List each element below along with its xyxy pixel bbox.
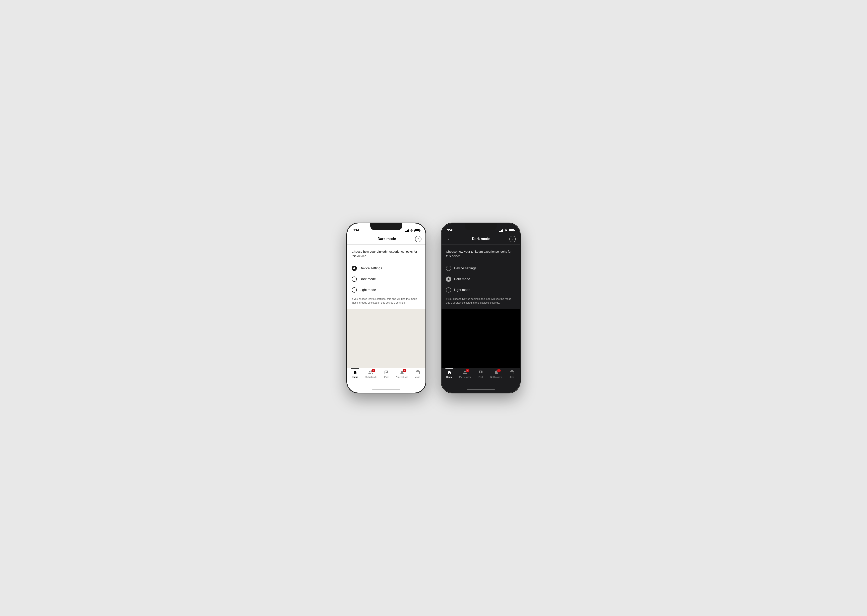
- description-text: Choose how your LinkedIn experience look…: [352, 250, 421, 258]
- tab-item-my-network[interactable]: 1 My Network: [457, 369, 473, 378]
- phone-dark: 9:41 ← Dark: [441, 223, 520, 393]
- radio-label-1: Dark mode: [454, 277, 470, 281]
- tab-icon-bell: 3: [399, 369, 405, 375]
- settings-panel: Choose how your LinkedIn experience look…: [347, 245, 426, 309]
- phone-wrapper-dark: 9:41 ← Dark: [441, 223, 520, 393]
- radio-label-2: Light mode: [359, 288, 376, 292]
- screen: 9:41 ← Dark: [347, 223, 426, 393]
- radio-option-1[interactable]: Dark mode: [446, 274, 515, 284]
- radio-dot-1: [448, 278, 449, 280]
- radio-circle-1: [446, 277, 451, 282]
- page-title: Dark mode: [377, 237, 396, 241]
- tab-active-indicator: [351, 368, 359, 369]
- radio-label-1: Dark mode: [359, 277, 376, 281]
- home-bar: [467, 389, 495, 390]
- radio-circle-0: [446, 266, 451, 271]
- tab-label-home: Home: [352, 376, 358, 378]
- radio-dot-0: [353, 267, 355, 269]
- tab-label-network: My Network: [365, 376, 377, 378]
- radio-option-0[interactable]: Device settings: [352, 263, 421, 274]
- nav-header: ← Dark mode ?: [347, 233, 426, 245]
- radio-option-1[interactable]: Dark mode: [352, 274, 421, 284]
- tab-item-jobs[interactable]: Jobs: [410, 369, 426, 378]
- phone-wrapper-light: 9:41 ← Dark: [347, 223, 426, 393]
- radio-circle-0: [352, 266, 357, 271]
- radio-option-2[interactable]: Light mode: [446, 284, 515, 295]
- tab-label-bell: Notifications: [490, 376, 502, 378]
- radio-option-2[interactable]: Light mode: [352, 284, 421, 295]
- home-indicator: [441, 386, 520, 393]
- content-area: Choose how your LinkedIn experience look…: [441, 245, 520, 368]
- tab-active-indicator: [445, 368, 453, 369]
- tab-bar: Home 1 My Network: [347, 368, 426, 386]
- help-button[interactable]: ?: [415, 236, 421, 242]
- tab-label-post: Post: [384, 376, 389, 378]
- tab-icon-post: [383, 369, 389, 375]
- tab-label-home: Home: [446, 376, 452, 378]
- signal-icon: [405, 229, 408, 232]
- tab-item-jobs[interactable]: Jobs: [504, 369, 520, 378]
- tab-label-bell: Notifications: [396, 376, 408, 378]
- footnote-text: If you choose Device settings, this app …: [446, 297, 515, 305]
- radio-circle-2: [446, 288, 451, 292]
- tab-badge-network: 1: [466, 369, 470, 372]
- help-button[interactable]: ?: [509, 236, 516, 242]
- screen: 9:41 ← Dark: [441, 223, 520, 393]
- tab-item-post[interactable]: Post: [473, 369, 489, 378]
- status-time: 9:41: [447, 228, 454, 232]
- radio-label-0: Device settings: [454, 266, 476, 270]
- settings-panel: Choose how your LinkedIn experience look…: [441, 245, 520, 309]
- gray-area: [441, 309, 520, 368]
- radio-label-2: Light mode: [454, 288, 470, 292]
- tab-icon-network: 1: [368, 369, 374, 375]
- radio-circle-2: [352, 288, 357, 292]
- back-button[interactable]: ←: [446, 236, 453, 243]
- tab-item-post[interactable]: Post: [378, 369, 394, 378]
- tab-label-post: Post: [478, 376, 483, 378]
- radio-label-0: Device settings: [359, 266, 382, 270]
- status-time: 9:41: [353, 228, 359, 232]
- tab-item-notifications[interactable]: 3 Notifications: [394, 369, 410, 378]
- home-bar: [372, 389, 400, 390]
- home-indicator: [347, 386, 426, 393]
- svg-rect-1: [480, 372, 481, 372]
- tab-badge-bell: 3: [403, 369, 407, 372]
- tab-label-briefcase: Jobs: [415, 376, 420, 378]
- tab-badge-bell: 3: [497, 369, 501, 372]
- tab-icon-network: 1: [462, 369, 468, 375]
- tab-item-notifications[interactable]: 3 Notifications: [489, 369, 504, 378]
- gray-area: [347, 309, 426, 368]
- tab-item-home[interactable]: Home: [441, 369, 457, 378]
- tab-icon-post: [478, 369, 484, 375]
- tab-item-home[interactable]: Home: [347, 369, 363, 378]
- tab-bar: Home 1 My Network: [441, 368, 520, 386]
- phone-light: 9:41 ← Dark: [347, 223, 426, 393]
- radio-circle-1: [352, 277, 357, 282]
- content-area: Choose how your LinkedIn experience look…: [347, 245, 426, 368]
- tab-icon-bell: 3: [493, 369, 499, 375]
- tab-icon-briefcase: [509, 369, 515, 375]
- notch: [370, 223, 402, 230]
- signal-icon: [499, 229, 503, 232]
- back-button[interactable]: ←: [351, 236, 358, 243]
- tab-label-briefcase: Jobs: [509, 376, 514, 378]
- tab-label-network: My Network: [459, 376, 471, 378]
- tab-item-my-network[interactable]: 1 My Network: [363, 369, 378, 378]
- status-icons: [499, 229, 514, 232]
- nav-header: ← Dark mode ?: [441, 233, 520, 245]
- tab-icon-briefcase: [415, 369, 421, 375]
- svg-rect-0: [386, 372, 387, 372]
- battery-icon: [415, 229, 420, 232]
- page-title: Dark mode: [472, 237, 490, 241]
- notch: [465, 223, 497, 230]
- battery-icon: [509, 229, 514, 232]
- wifi-icon: [504, 229, 508, 232]
- tab-icon-home: [446, 369, 452, 375]
- wifi-icon: [410, 229, 413, 232]
- radio-option-0[interactable]: Device settings: [446, 263, 515, 274]
- status-icons: [405, 229, 420, 232]
- tab-badge-network: 1: [372, 369, 375, 372]
- footnote-text: If you choose Device settings, this app …: [352, 297, 421, 305]
- tab-icon-home: [352, 369, 358, 375]
- description-text: Choose how your LinkedIn experience look…: [446, 250, 515, 258]
